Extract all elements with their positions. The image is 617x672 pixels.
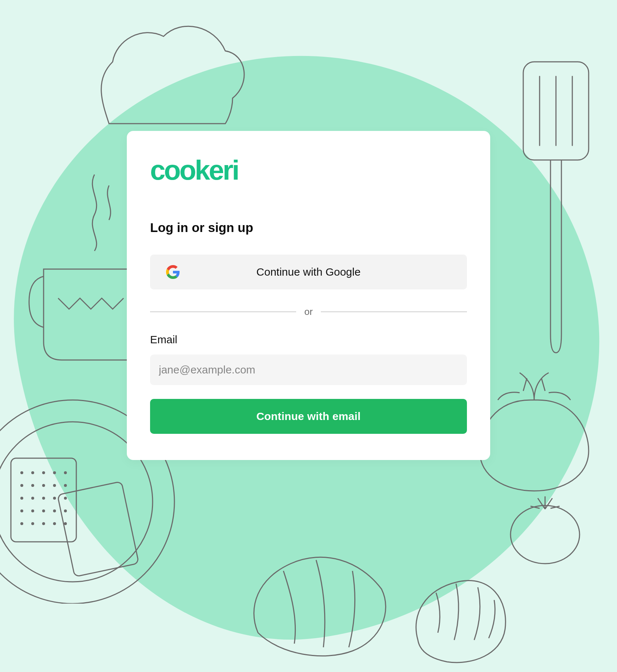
- continue-with-email-button[interactable]: Continue with email: [150, 399, 467, 434]
- svg-point-5: [31, 471, 34, 474]
- svg-point-18: [64, 497, 67, 500]
- divider-label: or: [304, 306, 312, 317]
- svg-point-19: [20, 509, 23, 512]
- auth-card: cookeri Log in or sign up Continue with …: [127, 131, 490, 460]
- svg-point-15: [31, 497, 34, 500]
- svg-point-17: [53, 497, 56, 500]
- svg-point-9: [20, 484, 23, 487]
- divider-line: [150, 312, 296, 312]
- svg-point-25: [31, 522, 34, 525]
- email-label: Email: [150, 333, 467, 346]
- svg-point-16: [42, 497, 45, 500]
- svg-point-10: [31, 484, 34, 487]
- google-button-label: Continue with Google: [257, 266, 361, 278]
- svg-point-4: [20, 471, 23, 474]
- svg-point-14: [20, 497, 23, 500]
- divider: or: [150, 306, 467, 317]
- google-icon: [166, 265, 180, 279]
- page-title: Log in or sign up: [150, 220, 467, 235]
- svg-point-23: [64, 509, 67, 512]
- continue-with-google-button[interactable]: Continue with Google: [150, 255, 467, 289]
- svg-point-27: [53, 522, 56, 525]
- svg-point-6: [42, 471, 45, 474]
- svg-point-12: [53, 484, 56, 487]
- svg-point-20: [31, 509, 34, 512]
- svg-point-11: [42, 484, 45, 487]
- email-field[interactable]: [150, 355, 467, 385]
- divider-line: [321, 312, 467, 312]
- svg-point-26: [42, 522, 45, 525]
- svg-point-21: [42, 509, 45, 512]
- svg-point-24: [20, 522, 23, 525]
- svg-point-22: [53, 509, 56, 512]
- svg-point-28: [64, 522, 67, 525]
- brand-logo: cookeri: [150, 156, 467, 184]
- svg-rect-29: [523, 62, 589, 160]
